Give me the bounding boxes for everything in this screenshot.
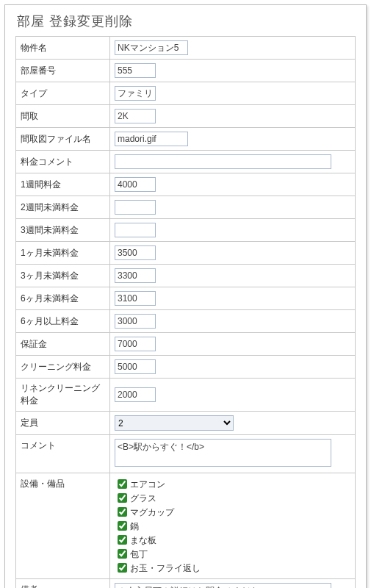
label-linen: リネンクリーニング料金 bbox=[16, 379, 110, 412]
label-rate-lt6m: 6ヶ月未満料金 bbox=[16, 287, 110, 310]
equipment-checkbox[interactable] bbox=[118, 521, 127, 531]
input-layout-file[interactable] bbox=[115, 132, 188, 146]
input-fee-comment[interactable] bbox=[115, 154, 331, 169]
input-rate-1week[interactable] bbox=[115, 177, 156, 192]
label-comment: コメント bbox=[16, 435, 110, 473]
label-rate-lt3w: 3週間未満料金 bbox=[16, 219, 110, 242]
input-rate-lt3m[interactable] bbox=[115, 268, 156, 283]
equipment-label: 鍋 bbox=[130, 521, 139, 531]
input-type[interactable] bbox=[115, 86, 156, 101]
equipment-label: まな板 bbox=[130, 535, 156, 545]
input-layout[interactable] bbox=[115, 109, 156, 123]
input-linen[interactable] bbox=[115, 387, 156, 402]
label-rate-gt6m: 6ヶ月以上料金 bbox=[16, 310, 110, 333]
equipment-checkbox[interactable] bbox=[118, 535, 127, 545]
input-property-name[interactable] bbox=[115, 40, 188, 55]
label-fee-comment: 料金コメント bbox=[16, 151, 110, 173]
input-rate-lt6m[interactable] bbox=[115, 291, 156, 306]
label-room-number: 部屋番号 bbox=[16, 60, 110, 82]
label-remarks: 備考 bbox=[16, 579, 110, 589]
select-capacity[interactable]: 2 bbox=[115, 415, 234, 431]
label-property-name: 物件名 bbox=[16, 37, 110, 60]
equipment-item[interactable]: 鍋 bbox=[115, 519, 350, 533]
label-layout: 間取 bbox=[16, 105, 110, 128]
equipment-label: マグカップ bbox=[130, 507, 174, 517]
equipment-list: エアコングラスマグカップ鍋まな板包丁お玉・フライ返し bbox=[115, 477, 350, 575]
label-rate-lt3m: 3ヶ月未満料金 bbox=[16, 265, 110, 287]
input-room-number[interactable] bbox=[115, 63, 156, 78]
label-capacity: 定員 bbox=[16, 412, 110, 435]
label-cleaning: クリーニング料金 bbox=[16, 356, 110, 379]
equipment-checkbox[interactable] bbox=[118, 493, 127, 503]
equipment-checkbox[interactable] bbox=[118, 549, 127, 559]
equipment-label: 包丁 bbox=[130, 549, 148, 559]
input-deposit[interactable] bbox=[115, 337, 156, 351]
equipment-item[interactable]: グラス bbox=[115, 491, 350, 505]
label-deposit: 保証金 bbox=[16, 333, 110, 356]
equipment-label: お玉・フライ返し bbox=[130, 563, 201, 573]
equipment-item[interactable]: エアコン bbox=[115, 477, 350, 491]
equipment-item[interactable]: 包丁 bbox=[115, 547, 350, 561]
equipment-item[interactable]: お玉・フライ返し bbox=[115, 561, 350, 575]
page-title: 部屋 登録変更削除 bbox=[17, 12, 356, 30]
form-panel: 部屋 登録変更削除 物件名 部屋番号 タイプ 間取 間取図ファイル名 料金コメン… bbox=[4, 4, 367, 588]
label-layout-file: 間取図ファイル名 bbox=[16, 128, 110, 151]
input-cleaning[interactable] bbox=[115, 359, 156, 374]
equipment-item[interactable]: マグカップ bbox=[115, 505, 350, 519]
input-rate-lt1m[interactable] bbox=[115, 245, 156, 260]
equipment-checkbox[interactable] bbox=[118, 563, 127, 573]
equipment-checkbox[interactable] bbox=[118, 507, 127, 517]
input-rate-lt3w[interactable] bbox=[115, 223, 156, 237]
label-type: タイプ bbox=[16, 82, 110, 105]
form-table: 物件名 部屋番号 タイプ 間取 間取図ファイル名 料金コメント 1週間料金 2 bbox=[15, 36, 356, 588]
label-equipment: 設備・備品 bbox=[16, 473, 110, 579]
equipment-checkbox[interactable] bbox=[118, 479, 127, 489]
label-rate-lt2w: 2週間未満料金 bbox=[16, 196, 110, 219]
equipment-label: グラス bbox=[130, 493, 156, 503]
textarea-comment[interactable]: <B>駅からすぐ！</b> bbox=[115, 439, 331, 467]
label-rate-1week: 1週間料金 bbox=[16, 173, 110, 196]
label-rate-lt1m: 1ヶ月未満料金 bbox=[16, 242, 110, 265]
equipment-item[interactable]: まな板 bbox=[115, 533, 350, 547]
equipment-label: エアコン bbox=[130, 479, 165, 490]
textarea-remarks[interactable]: ２人入居可！詳細はお問合せください。 bbox=[115, 583, 331, 588]
input-rate-lt2w[interactable] bbox=[115, 200, 156, 215]
input-rate-gt6m[interactable] bbox=[115, 314, 156, 329]
